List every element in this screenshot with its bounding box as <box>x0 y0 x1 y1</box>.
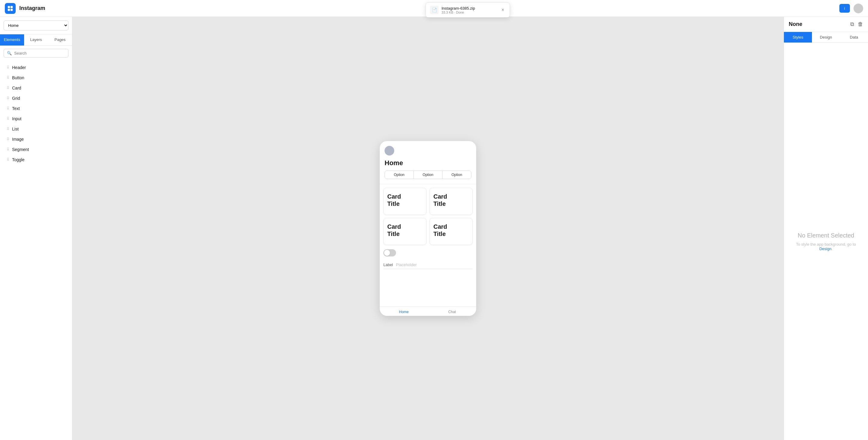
design-link[interactable]: Design <box>819 247 831 251</box>
toggle-row <box>383 248 472 258</box>
element-toggle-label: Toggle <box>12 157 24 162</box>
segment-option-1[interactable]: Option <box>385 171 414 179</box>
topbar: Instagram 📄 Instagram-6385.zip 33.3 KB ·… <box>0 0 868 17</box>
input-row: Label Placeholder <box>383 261 472 269</box>
right-panel-header: None ⧉ 🗑 <box>784 17 868 32</box>
download-file-icon: 📄 <box>430 6 438 14</box>
right-tab-styles[interactable]: Styles <box>784 32 812 42</box>
element-header[interactable]: ⠿ Header <box>2 62 70 73</box>
tab-pages[interactable]: Pages <box>48 34 72 45</box>
svg-rect-2 <box>8 8 10 10</box>
download-toast: 📄 Instagram-6385.zip 33.3 KB · Done × <box>426 2 510 18</box>
drag-handle-icon: ⠿ <box>7 76 9 80</box>
element-image[interactable]: ⠿ Image <box>2 134 70 144</box>
drag-handle-icon: ⠿ <box>7 127 9 131</box>
sidebar-tab-bar: Elements Layers Pages <box>0 34 72 46</box>
card-grid: CardTitle CardTitle CardTitle CardTitle <box>383 188 472 245</box>
card-title-3: CardTitle <box>387 223 401 238</box>
element-segment-label: Segment <box>12 147 29 152</box>
export-button[interactable]: i <box>839 4 850 13</box>
no-element-subtitle: To style the app background, go to Desig… <box>791 242 861 251</box>
nav-item-chat[interactable]: Chat <box>428 310 476 314</box>
drag-handle-icon: ⠿ <box>7 106 9 111</box>
drag-handle-icon: ⠿ <box>7 86 9 90</box>
element-button[interactable]: ⠿ Button <box>2 73 70 83</box>
element-text-label: Text <box>12 106 20 111</box>
element-toggle[interactable]: ⠿ Toggle <box>2 155 70 165</box>
element-card-label: Card <box>12 86 21 90</box>
card-title-1: CardTitle <box>387 193 401 207</box>
element-segment[interactable]: ⠿ Segment <box>2 144 70 155</box>
element-list-label: List <box>12 127 19 131</box>
segment-option-3[interactable]: Option <box>442 171 471 179</box>
main-layout: Home Chat Profile Elements Layers Pages … <box>0 17 868 440</box>
phone-bottom-nav: Home Chat <box>380 307 476 316</box>
element-card[interactable]: ⠿ Card <box>2 83 70 93</box>
trash-icon[interactable]: 🗑 <box>858 21 863 27</box>
app-title: Instagram <box>19 5 45 11</box>
user-avatar <box>854 4 863 13</box>
drag-handle-icon: ⠿ <box>7 147 9 152</box>
element-input-label: Input <box>12 116 22 121</box>
right-tab-design[interactable]: Design <box>812 32 840 42</box>
svg-rect-3 <box>10 8 13 10</box>
phone-avatar-row <box>384 146 471 156</box>
segment-control: Option Option Option <box>384 170 471 179</box>
right-panel-body: No Element Selected To style the app bac… <box>784 43 868 440</box>
card-item-1[interactable]: CardTitle <box>383 188 427 215</box>
card-title-4: CardTitle <box>433 223 447 238</box>
right-panel-icons: ⧉ 🗑 <box>850 21 863 27</box>
drag-handle-icon: ⠿ <box>7 158 9 162</box>
element-button-label: Button <box>12 75 24 80</box>
search-input[interactable] <box>14 51 65 56</box>
download-meta: 33.3 KB · Done <box>441 10 497 14</box>
phone-screen-title: Home <box>384 158 471 169</box>
elements-list: ⠿ Header ⠿ Button ⠿ Card ⠿ Grid ⠿ Text ⠿… <box>0 61 72 440</box>
segment-option-2[interactable]: Option <box>414 171 443 179</box>
nav-item-home[interactable]: Home <box>380 310 428 314</box>
svg-rect-0 <box>8 6 10 8</box>
right-tab-data[interactable]: Data <box>840 32 868 42</box>
tab-layers[interactable]: Layers <box>24 34 48 45</box>
phone-content: CardTitle CardTitle CardTitle CardTitle <box>380 184 476 307</box>
app-logo <box>5 3 16 14</box>
svg-rect-1 <box>10 6 13 8</box>
phone-header: Home Option Option Option <box>380 141 476 184</box>
right-panel-title: None <box>789 21 802 27</box>
drag-handle-icon: ⠿ <box>7 137 9 142</box>
search-box: 🔍 <box>4 49 68 58</box>
page-selector[interactable]: Home Chat Profile <box>0 17 72 34</box>
download-close-button[interactable]: × <box>500 7 505 13</box>
element-grid-label: Grid <box>12 96 20 101</box>
toggle-switch[interactable] <box>383 249 396 256</box>
card-item-4[interactable]: CardTitle <box>430 218 472 245</box>
drag-handle-icon: ⠿ <box>7 65 9 70</box>
card-title-2: CardTitle <box>433 193 447 207</box>
page-select[interactable]: Home Chat Profile <box>4 21 68 30</box>
input-placeholder: Placeholder <box>396 262 417 267</box>
element-header-label: Header <box>12 65 26 70</box>
left-sidebar: Home Chat Profile Elements Layers Pages … <box>0 17 72 440</box>
search-icon: 🔍 <box>7 51 12 56</box>
no-element-sub-text: To style the app background, go to <box>796 242 856 247</box>
element-text[interactable]: ⠿ Text <box>2 103 70 114</box>
element-list[interactable]: ⠿ List <box>2 124 70 134</box>
no-element-title: No Element Selected <box>798 232 855 239</box>
card-item-2[interactable]: CardTitle <box>430 188 472 215</box>
input-label: Label <box>383 262 393 267</box>
phone-mockup: Home Option Option Option CardTitle Card… <box>380 141 476 316</box>
canvas-area[interactable]: Home Option Option Option CardTitle Card… <box>72 17 784 440</box>
element-image-label: Image <box>12 137 24 142</box>
element-input[interactable]: ⠿ Input <box>2 114 70 124</box>
download-filename: Instagram-6385.zip <box>441 6 497 10</box>
drag-handle-icon: ⠿ <box>7 117 9 121</box>
card-item-3[interactable]: CardTitle <box>383 218 427 245</box>
element-grid[interactable]: ⠿ Grid <box>2 93 70 103</box>
right-panel-tabs: Styles Design Data <box>784 32 868 43</box>
toggle-thumb <box>384 250 390 256</box>
download-info: Instagram-6385.zip 33.3 KB · Done <box>441 6 497 14</box>
copy-icon[interactable]: ⧉ <box>850 21 854 27</box>
drag-handle-icon: ⠿ <box>7 96 9 100</box>
tab-elements[interactable]: Elements <box>0 34 24 45</box>
no-element-period: . <box>832 247 833 251</box>
